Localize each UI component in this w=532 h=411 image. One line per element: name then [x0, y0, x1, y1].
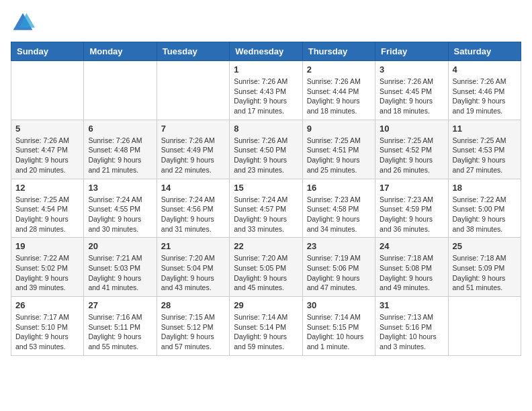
day-number: 12 — [15, 183, 79, 193]
calendar-cell: 28Sunrise: 7:15 AM Sunset: 5:12 PM Dayli… — [157, 297, 229, 356]
day-info: Sunrise: 7:23 AM Sunset: 4:59 PM Dayligh… — [380, 195, 443, 234]
weekday-header-sunday: Sunday — [11, 42, 84, 61]
day-number: 16 — [307, 183, 371, 193]
day-number: 5 — [15, 124, 79, 134]
day-info: Sunrise: 7:24 AM Sunset: 4:56 PM Dayligh… — [161, 195, 225, 234]
calendar-cell: 21Sunrise: 7:20 AM Sunset: 5:04 PM Dayli… — [157, 238, 229, 297]
calendar-cell: 22Sunrise: 7:20 AM Sunset: 5:05 PM Dayli… — [230, 238, 302, 297]
calendar-cell: 30Sunrise: 7:14 AM Sunset: 5:15 PM Dayli… — [302, 297, 375, 356]
day-info: Sunrise: 7:15 AM Sunset: 5:12 PM Dayligh… — [161, 312, 225, 352]
day-number: 3 — [380, 64, 443, 75]
day-number: 4 — [453, 64, 517, 75]
calendar-cell: 8Sunrise: 7:26 AM Sunset: 4:50 PM Daylig… — [230, 120, 302, 179]
day-number: 18 — [453, 183, 517, 193]
calendar-cell: 14Sunrise: 7:24 AM Sunset: 4:56 PM Dayli… — [157, 179, 229, 238]
day-info: Sunrise: 7:13 AM Sunset: 5:16 PM Dayligh… — [380, 312, 443, 352]
calendar-cell: 12Sunrise: 7:25 AM Sunset: 4:54 PM Dayli… — [11, 179, 84, 238]
day-number: 29 — [234, 300, 298, 310]
calendar-week-row: 5Sunrise: 7:26 AM Sunset: 4:47 PM Daylig… — [11, 120, 521, 179]
calendar-cell — [84, 61, 157, 120]
day-number: 21 — [161, 241, 225, 251]
day-info: Sunrise: 7:25 AM Sunset: 4:54 PM Dayligh… — [15, 195, 79, 234]
calendar-cell: 5Sunrise: 7:26 AM Sunset: 4:47 PM Daylig… — [11, 120, 84, 179]
day-number: 10 — [380, 124, 443, 134]
day-info: Sunrise: 7:26 AM Sunset: 4:45 PM Dayligh… — [380, 77, 443, 116]
calendar-cell: 17Sunrise: 7:23 AM Sunset: 4:59 PM Dayli… — [375, 179, 448, 238]
day-info: Sunrise: 7:26 AM Sunset: 4:48 PM Dayligh… — [88, 136, 152, 175]
weekday-header-thursday: Thursday — [302, 42, 375, 61]
day-info: Sunrise: 7:26 AM Sunset: 4:47 PM Dayligh… — [15, 136, 79, 175]
day-info: Sunrise: 7:14 AM Sunset: 5:15 PM Dayligh… — [307, 312, 371, 352]
day-info: Sunrise: 7:22 AM Sunset: 5:02 PM Dayligh… — [15, 253, 79, 293]
day-info: Sunrise: 7:22 AM Sunset: 5:00 PM Dayligh… — [453, 195, 517, 234]
weekday-header-friday: Friday — [375, 42, 448, 61]
calendar-week-row: 1Sunrise: 7:26 AM Sunset: 4:43 PM Daylig… — [11, 61, 521, 120]
calendar-cell: 9Sunrise: 7:25 AM Sunset: 4:51 PM Daylig… — [302, 120, 375, 179]
weekday-header-monday: Monday — [84, 42, 157, 61]
day-info: Sunrise: 7:18 AM Sunset: 5:09 PM Dayligh… — [453, 253, 517, 293]
page-header — [11, 11, 521, 35]
calendar-cell: 16Sunrise: 7:23 AM Sunset: 4:58 PM Dayli… — [302, 179, 375, 238]
calendar-week-row: 19Sunrise: 7:22 AM Sunset: 5:02 PM Dayli… — [11, 238, 521, 297]
day-info: Sunrise: 7:19 AM Sunset: 5:06 PM Dayligh… — [307, 253, 371, 293]
calendar-cell: 15Sunrise: 7:24 AM Sunset: 4:57 PM Dayli… — [230, 179, 302, 238]
day-info: Sunrise: 7:24 AM Sunset: 4:57 PM Dayligh… — [234, 195, 298, 234]
day-info: Sunrise: 7:17 AM Sunset: 5:10 PM Dayligh… — [15, 312, 79, 352]
day-number: 6 — [88, 124, 152, 134]
day-info: Sunrise: 7:26 AM Sunset: 4:44 PM Dayligh… — [307, 77, 371, 116]
day-number: 17 — [380, 183, 443, 193]
day-number: 25 — [453, 241, 517, 251]
day-info: Sunrise: 7:25 AM Sunset: 4:52 PM Dayligh… — [380, 136, 443, 175]
calendar-cell: 10Sunrise: 7:25 AM Sunset: 4:52 PM Dayli… — [375, 120, 448, 179]
day-number: 19 — [15, 241, 79, 251]
calendar-week-row: 12Sunrise: 7:25 AM Sunset: 4:54 PM Dayli… — [11, 179, 521, 238]
calendar-cell: 1Sunrise: 7:26 AM Sunset: 4:43 PM Daylig… — [230, 61, 302, 120]
day-number: 9 — [307, 124, 371, 134]
day-number: 24 — [380, 241, 443, 251]
day-number: 13 — [88, 183, 152, 193]
weekday-header-tuesday: Tuesday — [157, 42, 229, 61]
weekday-header-row: SundayMondayTuesdayWednesdayThursdayFrid… — [11, 42, 521, 61]
day-info: Sunrise: 7:20 AM Sunset: 5:04 PM Dayligh… — [161, 253, 225, 293]
day-number: 1 — [234, 64, 298, 75]
calendar-cell — [11, 61, 84, 120]
calendar-cell: 18Sunrise: 7:22 AM Sunset: 5:00 PM Dayli… — [448, 179, 521, 238]
weekday-header-saturday: Saturday — [448, 42, 521, 61]
calendar-cell: 19Sunrise: 7:22 AM Sunset: 5:02 PM Dayli… — [11, 238, 84, 297]
day-number: 14 — [161, 183, 225, 193]
day-info: Sunrise: 7:25 AM Sunset: 4:53 PM Dayligh… — [453, 136, 517, 175]
logo-icon — [11, 11, 35, 35]
calendar-cell: 31Sunrise: 7:13 AM Sunset: 5:16 PM Dayli… — [375, 297, 448, 356]
calendar-cell: 26Sunrise: 7:17 AM Sunset: 5:10 PM Dayli… — [11, 297, 84, 356]
calendar-cell — [157, 61, 229, 120]
day-info: Sunrise: 7:23 AM Sunset: 4:58 PM Dayligh… — [307, 195, 371, 234]
calendar-cell: 11Sunrise: 7:25 AM Sunset: 4:53 PM Dayli… — [448, 120, 521, 179]
calendar-cell: 25Sunrise: 7:18 AM Sunset: 5:09 PM Dayli… — [448, 238, 521, 297]
day-info: Sunrise: 7:25 AM Sunset: 4:51 PM Dayligh… — [307, 136, 371, 175]
calendar-cell: 6Sunrise: 7:26 AM Sunset: 4:48 PM Daylig… — [84, 120, 157, 179]
day-number: 20 — [88, 241, 152, 251]
day-info: Sunrise: 7:26 AM Sunset: 4:50 PM Dayligh… — [234, 136, 298, 175]
calendar-cell: 20Sunrise: 7:21 AM Sunset: 5:03 PM Dayli… — [84, 238, 157, 297]
calendar-table: SundayMondayTuesdayWednesdayThursdayFrid… — [11, 42, 521, 356]
day-info: Sunrise: 7:18 AM Sunset: 5:08 PM Dayligh… — [380, 253, 443, 293]
calendar-week-row: 26Sunrise: 7:17 AM Sunset: 5:10 PM Dayli… — [11, 297, 521, 356]
calendar-cell: 29Sunrise: 7:14 AM Sunset: 5:14 PM Dayli… — [230, 297, 302, 356]
calendar-cell: 4Sunrise: 7:26 AM Sunset: 4:46 PM Daylig… — [448, 61, 521, 120]
day-number: 27 — [88, 300, 152, 310]
calendar-cell: 7Sunrise: 7:26 AM Sunset: 4:49 PM Daylig… — [157, 120, 229, 179]
day-number: 7 — [161, 124, 225, 134]
day-info: Sunrise: 7:26 AM Sunset: 4:43 PM Dayligh… — [234, 77, 298, 116]
calendar-cell: 27Sunrise: 7:16 AM Sunset: 5:11 PM Dayli… — [84, 297, 157, 356]
weekday-header-wednesday: Wednesday — [230, 42, 302, 61]
day-number: 26 — [15, 300, 79, 310]
day-number: 28 — [161, 300, 225, 310]
day-number: 2 — [307, 64, 371, 75]
calendar-cell: 3Sunrise: 7:26 AM Sunset: 4:45 PM Daylig… — [375, 61, 448, 120]
day-number: 8 — [234, 124, 298, 134]
calendar-cell — [448, 297, 521, 356]
day-info: Sunrise: 7:26 AM Sunset: 4:49 PM Dayligh… — [161, 136, 225, 175]
day-number: 30 — [307, 300, 371, 310]
day-info: Sunrise: 7:20 AM Sunset: 5:05 PM Dayligh… — [234, 253, 298, 293]
logo — [11, 11, 38, 35]
